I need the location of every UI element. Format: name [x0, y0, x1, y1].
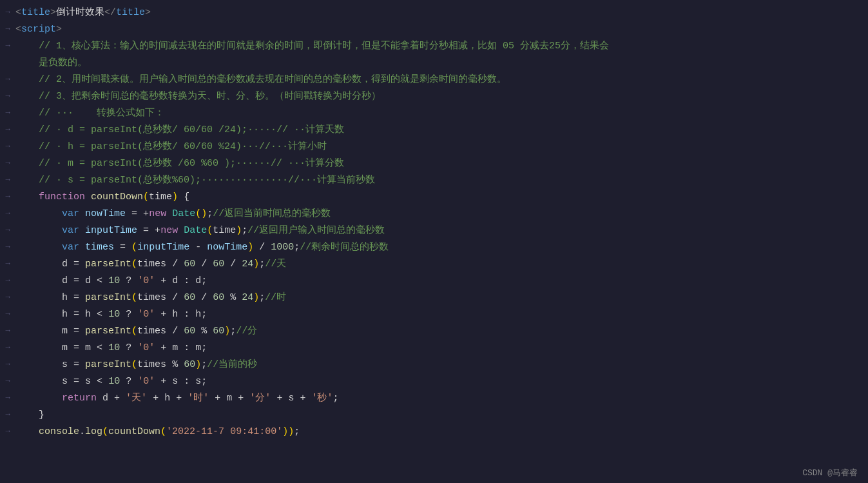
line-arrow: → — [0, 123, 15, 136]
line-arrow: → — [0, 139, 15, 153]
line-code: <title>倒计时效果</title> — [15, 5, 858, 21]
line-arrow: → — [0, 190, 15, 203]
line-code: m = m < 10 ? '0' + m : m; — [15, 340, 858, 356]
code-line: → h = h < 10 ? '0' + h : h; — [0, 307, 868, 324]
line-code: h = h < 10 ? '0' + h : h; — [15, 307, 858, 322]
code-line: → console.log(countDown('2022-11-7 09:41… — [0, 424, 868, 441]
code-line: → // 2、用时间戳来做。用户输入时间总的毫秒数减去现在时间的总的毫秒数，得到… — [0, 72, 868, 89]
code-line: → var times = (inputTime - nowTime) / 10… — [0, 240, 868, 257]
line-code: // · d = parseInt(总秒数/ 60/60 /24);·····/… — [15, 123, 858, 138]
code-line: → m = m < 10 ? '0' + m : m; — [0, 340, 868, 357]
line-code: function countDown(time) { — [15, 190, 858, 205]
line-arrow: → — [0, 357, 15, 371]
code-line: → h = parseInt(times / 60 / 60 % 24);//时 — [0, 290, 868, 307]
line-code: console.log(countDown('2022-11-7 09:41:0… — [15, 424, 858, 440]
code-line: → s = s < 10 ? '0' + s : s; — [0, 374, 868, 391]
code-line: → // 3、把剩余时间总的毫秒数转换为天、时、分、秒。（时间戳转换为时分秒） — [0, 89, 868, 106]
line-code: var times = (inputTime - nowTime) / 1000… — [15, 240, 858, 255]
line-code: // 3、把剩余时间总的毫秒数转换为天、时、分、秒。（时间戳转换为时分秒） — [15, 89, 858, 104]
line-arrow: → — [0, 290, 15, 304]
line-arrow: → — [0, 106, 15, 119]
code-editor: →<title>倒计时效果</title>→<script>→ // 1、核心算… — [0, 0, 868, 483]
attribution-label: CSDN @马睿睿 — [792, 464, 868, 483]
line-arrow: → — [0, 424, 15, 438]
line-code: // ··· 转换公式如下： — [15, 106, 858, 121]
line-code: // 2、用时间戳来做。用户输入时间总的毫秒数减去现在时间的总的毫秒数，得到的就… — [15, 72, 858, 88]
line-code: // · m = parseInt(总秒数 /60 %60 );······//… — [15, 156, 858, 172]
line-arrow: → — [0, 72, 15, 86]
line-arrow: → — [0, 307, 15, 320]
line-arrow: → — [0, 22, 15, 35]
line-code: h = parseInt(times / 60 / 60 % 24);//时 — [15, 290, 858, 306]
line-arrow: → — [0, 374, 15, 388]
code-line: → // · m = parseInt(总秒数 /60 %60 );······… — [0, 156, 868, 173]
line-arrow — [0, 55, 15, 57]
line-code: } — [15, 408, 858, 423]
code-line: → s = parseInt(times % 60);//当前的秒 — [0, 357, 868, 374]
code-line: → d = d < 10 ? '0' + d : d; — [0, 273, 868, 290]
line-arrow: → — [0, 173, 15, 186]
line-code: // · h = parseInt(总秒数/ 60/60 %24)···//··… — [15, 139, 858, 155]
code-line: → var inputTime = +new Date(time);//返回用户… — [0, 223, 868, 240]
code-line: → var nowTime = +new Date();//返回当前时间总的毫秒… — [0, 206, 868, 223]
line-code: // 1、核心算法：输入的时间减去现在的时间就是剩余的时间，即倒计时，但是不能拿… — [15, 39, 858, 54]
line-code: var nowTime = +new Date();//返回当前时间总的毫秒数 — [15, 206, 858, 222]
line-code: m = parseInt(times / 60 % 60);//分 — [15, 324, 858, 339]
line-code: return d + '天' + h + '时' + m + '分' + s +… — [15, 391, 858, 406]
code-line: → } — [0, 408, 868, 424]
code-line: → // ··· 转换公式如下： — [0, 106, 868, 123]
line-arrow: → — [0, 324, 15, 337]
line-arrow: → — [0, 340, 15, 354]
line-code: 是负数的。 — [15, 55, 858, 71]
line-arrow: → — [0, 39, 15, 52]
line-code: <script> — [15, 22, 858, 37]
code-line: 是负数的。 — [0, 55, 868, 72]
line-arrow: → — [0, 257, 15, 270]
code-line: →<title>倒计时效果</title> — [0, 5, 868, 22]
code-line: → // 1、核心算法：输入的时间减去现在的时间就是剩余的时间，即倒计时，但是不… — [0, 39, 868, 55]
code-line: → d = parseInt(times / 60 / 60 / 24);//天 — [0, 257, 868, 273]
line-arrow: → — [0, 391, 15, 404]
line-arrow: → — [0, 240, 15, 253]
line-arrow: → — [0, 156, 15, 170]
line-code: s = parseInt(times % 60);//当前的秒 — [15, 357, 858, 373]
line-arrow: → — [0, 206, 15, 220]
line-code: d = d < 10 ? '0' + d : d; — [15, 273, 858, 289]
code-line: → function countDown(time) { — [0, 190, 868, 206]
code-line: → m = parseInt(times / 60 % 60);//分 — [0, 324, 868, 340]
line-code: s = s < 10 ? '0' + s : s; — [15, 374, 858, 389]
line-code: var inputTime = +new Date(time);//返回用户输入… — [15, 223, 858, 239]
code-line: → // · h = parseInt(总秒数/ 60/60 %24)···//… — [0, 139, 868, 156]
line-arrow: → — [0, 273, 15, 287]
line-arrow: → — [0, 408, 15, 421]
line-code: // · s = parseInt(总秒数%60);··············… — [15, 173, 858, 188]
line-arrow: → — [0, 5, 15, 19]
code-line: →<script> — [0, 22, 868, 39]
line-arrow: → — [0, 223, 15, 237]
code-line: → // · d = parseInt(总秒数/ 60/60 /24);····… — [0, 123, 868, 139]
code-line: → // · s = parseInt(总秒数%60);············… — [0, 173, 868, 190]
line-code: d = parseInt(times / 60 / 60 / 24);//天 — [15, 257, 858, 272]
line-arrow: → — [0, 89, 15, 103]
code-line: → return d + '天' + h + '时' + m + '分' + s… — [0, 391, 868, 408]
